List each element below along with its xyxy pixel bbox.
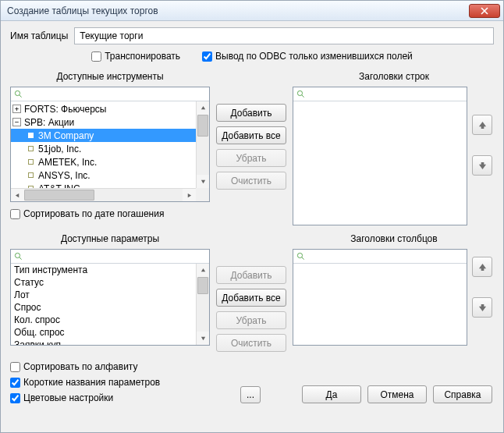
arrow-up-icon [478, 263, 487, 272]
list-item[interactable]: Статус [11, 276, 196, 289]
short-names-checkbox[interactable] [10, 378, 20, 388]
clear-button[interactable]: Очистить [216, 334, 286, 352]
remove-button[interactable]: Убрать [216, 149, 286, 167]
row-headers-title: Заголовки строк [294, 71, 494, 82]
list-item[interactable]: Заявки куп. [11, 339, 196, 345]
table-name-input[interactable] [74, 27, 494, 44]
collapse-icon[interactable]: − [12, 118, 21, 126]
dialog-window: Создание таблицы текущих торгов Имя табл… [0, 0, 504, 433]
short-names-label: Короткие названия параметров [23, 377, 160, 388]
col-headers-search-input[interactable] [308, 250, 463, 263]
sort-alpha-checkbox[interactable] [10, 362, 20, 372]
leaf-icon [28, 159, 34, 165]
transpose-checkbox[interactable] [91, 51, 101, 62]
move-down-button[interactable] [472, 297, 492, 318]
titlebar: Создание таблицы текущих торгов [1, 1, 503, 21]
svg-line-5 [20, 257, 22, 260]
svg-point-0 [15, 91, 20, 95]
col-headers-listbox[interactable] [293, 249, 467, 346]
vscrollbar[interactable] [196, 101, 209, 188]
svg-point-6 [297, 253, 302, 257]
scroll-thumb[interactable] [197, 277, 208, 294]
scroll-up-icon[interactable] [197, 264, 209, 277]
arrow-down-icon [478, 161, 487, 170]
remove-button[interactable]: Убрать [216, 311, 286, 329]
move-up-button[interactable] [472, 257, 492, 277]
params-listbox[interactable]: Тип инструмента Статус Лот Спрос Кол. сп… [10, 249, 210, 346]
transpose-check[interactable]: Транспонировать [91, 51, 180, 62]
tree-leaf[interactable]: 51job, Inc. [11, 142, 196, 155]
scroll-up-icon[interactable] [197, 101, 209, 115]
scroll-thumb[interactable] [24, 190, 94, 201]
scroll-down-icon[interactable] [197, 175, 209, 188]
list-item[interactable]: Спрос [11, 301, 196, 314]
colors-checkbox[interactable] [10, 393, 20, 403]
add-button[interactable]: Добавить [216, 104, 286, 122]
instruments-searchbar [11, 87, 209, 101]
col-headers-searchbar [293, 250, 467, 264]
svg-point-2 [297, 91, 302, 95]
help-button[interactable]: Справка [433, 385, 492, 403]
scroll-thumb[interactable] [197, 115, 208, 137]
short-names-check[interactable]: Короткие названия параметров [10, 377, 215, 388]
tree-leaf[interactable]: ANSYS, Inc. [11, 169, 196, 182]
cancel-button[interactable]: Отмена [367, 385, 427, 403]
col-headers-title: Заголовки столбцов [294, 233, 494, 244]
tree-leaf-label: 51job, Inc. [38, 144, 81, 154]
scroll-left-icon[interactable] [11, 189, 24, 201]
clear-button[interactable]: Очистить [216, 172, 286, 190]
row-headers-listbox[interactable] [293, 87, 467, 225]
odbc-label: Вывод по ODBC только изменившихся полей [215, 51, 413, 62]
svg-point-4 [15, 253, 20, 257]
sort-by-date-label: Сортировать по дате погашения [23, 208, 164, 219]
odbc-check[interactable]: Вывод по ODBC только изменившихся полей [202, 51, 413, 62]
instruments-tree[interactable]: + FORTS: Фьючерсы − SPB: Акции 3M Compan… [11, 101, 209, 201]
search-icon [296, 90, 305, 98]
scroll-right-icon[interactable] [183, 189, 196, 201]
add-all-button[interactable]: Добавить все [216, 126, 286, 144]
list-item[interactable]: Тип инструмента [11, 264, 196, 276]
sort-by-date-check[interactable]: Сортировать по дате погашения [10, 208, 210, 219]
list-item[interactable]: Лот [11, 289, 196, 301]
ok-button[interactable]: Да [302, 385, 361, 403]
leaf-icon [28, 133, 34, 138]
close-button[interactable] [469, 4, 500, 18]
add-all-button[interactable]: Добавить все [216, 289, 286, 307]
sort-by-date-checkbox[interactable] [10, 209, 20, 219]
instruments-listbox[interactable]: + FORTS: Фьючерсы − SPB: Акции 3M Compan… [10, 87, 210, 202]
tree-leaf-label: AMETEK, Inc. [38, 157, 97, 168]
svg-line-7 [302, 257, 304, 260]
tree-branch[interactable]: + FORTS: Фьючерсы [11, 102, 196, 115]
odbc-checkbox[interactable] [202, 51, 212, 62]
expand-icon[interactable]: + [12, 105, 21, 113]
svg-line-3 [302, 95, 304, 98]
params-searchbar [11, 250, 209, 264]
tree-leaf-label: ANSYS, Inc. [38, 170, 91, 181]
scroll-down-icon[interactable] [197, 332, 209, 345]
hscrollbar[interactable] [11, 188, 196, 201]
sort-alpha-check[interactable]: Сортировать по алфавиту [10, 361, 215, 372]
tree-leaf[interactable]: AMETEK, Inc. [11, 155, 196, 169]
params-search-input[interactable] [26, 250, 206, 263]
arrow-up-icon [478, 121, 487, 130]
tree-leaf[interactable]: 3M Company [11, 129, 196, 142]
list-item[interactable]: Общ. спрос [11, 326, 196, 339]
color-settings-button[interactable]: ... [240, 386, 261, 403]
instruments-search-input[interactable] [26, 88, 206, 101]
search-icon [296, 252, 305, 261]
tree-branch[interactable]: − SPB: Акции [11, 115, 196, 129]
add-button[interactable]: Добавить [216, 266, 286, 284]
colors-check[interactable]: Цветовые настройки [10, 392, 113, 403]
transpose-label: Транспонировать [105, 51, 180, 62]
list-item[interactable]: Кол. спрос [11, 314, 196, 326]
move-up-button[interactable] [472, 115, 492, 135]
params-title: Доступные параметры [10, 233, 210, 244]
row-headers-search-input[interactable] [308, 88, 463, 101]
sort-alpha-label: Сортировать по алфавиту [23, 361, 137, 372]
close-icon [481, 7, 488, 15]
move-down-button[interactable] [472, 155, 492, 176]
vscrollbar[interactable] [196, 264, 209, 345]
search-icon [14, 252, 23, 261]
tree-leaf-label: 3M Company [38, 130, 94, 141]
instruments-title: Доступные инструменты [10, 71, 210, 82]
